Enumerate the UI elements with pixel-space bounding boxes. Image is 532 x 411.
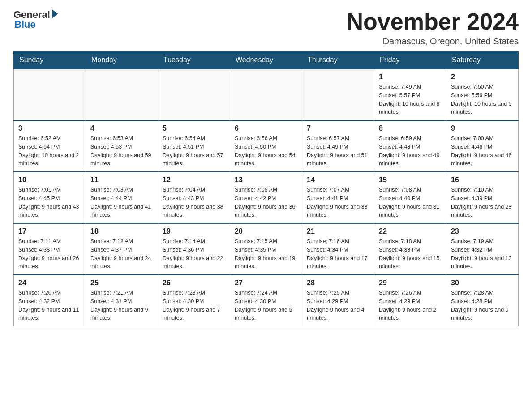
day-info: Sunrise: 7:10 AMSunset: 4:39 PMDaylight:… <box>451 186 514 219</box>
day-info: Sunrise: 7:50 AMSunset: 5:56 PMDaylight:… <box>451 83 514 116</box>
logo: General Blue <box>13 9 58 30</box>
calendar-week-row: 10Sunrise: 7:01 AMSunset: 4:45 PMDayligh… <box>14 172 519 223</box>
calendar-cell: 4Sunrise: 6:53 AMSunset: 4:53 PMDaylight… <box>86 120 158 172</box>
day-info: Sunrise: 7:08 AMSunset: 4:40 PMDaylight:… <box>379 186 442 219</box>
calendar-cell: 5Sunrise: 6:54 AMSunset: 4:51 PMDaylight… <box>158 120 230 172</box>
day-number: 16 <box>451 176 514 184</box>
day-number: 17 <box>18 227 81 235</box>
calendar-cell: 21Sunrise: 7:16 AMSunset: 4:34 PMDayligh… <box>302 223 374 275</box>
calendar-cell: 26Sunrise: 7:23 AMSunset: 4:30 PMDayligh… <box>158 275 230 326</box>
day-number: 26 <box>163 279 225 287</box>
calendar-cell: 27Sunrise: 7:24 AMSunset: 4:30 PMDayligh… <box>230 275 302 326</box>
day-number: 15 <box>379 176 442 184</box>
calendar-cell: 10Sunrise: 7:01 AMSunset: 4:45 PMDayligh… <box>14 172 86 223</box>
day-info: Sunrise: 7:07 AMSunset: 4:41 PMDaylight:… <box>307 186 369 219</box>
calendar-table: SundayMondayTuesdayWednesdayThursdayFrid… <box>13 51 519 326</box>
day-info: Sunrise: 6:52 AMSunset: 4:54 PMDaylight:… <box>18 134 81 168</box>
weekday-header: Thursday <box>302 51 374 69</box>
day-info: Sunrise: 6:56 AMSunset: 4:50 PMDaylight:… <box>235 134 297 168</box>
day-info: Sunrise: 6:54 AMSunset: 4:51 PMDaylight:… <box>163 134 225 168</box>
calendar-cell: 9Sunrise: 7:00 AMSunset: 4:46 PMDaylight… <box>446 120 519 172</box>
calendar-cell: 3Sunrise: 6:52 AMSunset: 4:54 PMDaylight… <box>14 120 86 172</box>
day-number: 30 <box>451 279 514 287</box>
calendar-cell <box>86 69 158 120</box>
calendar-cell: 22Sunrise: 7:18 AMSunset: 4:33 PMDayligh… <box>374 223 446 275</box>
day-info: Sunrise: 7:20 AMSunset: 4:32 PMDaylight:… <box>18 289 81 322</box>
calendar-cell: 8Sunrise: 6:59 AMSunset: 4:48 PMDaylight… <box>374 120 446 172</box>
calendar-cell: 23Sunrise: 7:19 AMSunset: 4:32 PMDayligh… <box>446 223 519 275</box>
day-info: Sunrise: 7:25 AMSunset: 4:29 PMDaylight:… <box>307 289 369 322</box>
location: Damascus, Oregon, United States <box>347 36 519 47</box>
calendar-cell: 14Sunrise: 7:07 AMSunset: 4:41 PMDayligh… <box>302 172 374 223</box>
page-header: General Blue November 2024 Damascus, Ore… <box>13 9 519 47</box>
day-info: Sunrise: 7:23 AMSunset: 4:30 PMDaylight:… <box>163 289 225 322</box>
calendar-cell: 2Sunrise: 7:50 AMSunset: 5:56 PMDaylight… <box>446 69 519 120</box>
day-number: 13 <box>235 176 297 184</box>
calendar-cell: 13Sunrise: 7:05 AMSunset: 4:42 PMDayligh… <box>230 172 302 223</box>
day-info: Sunrise: 7:24 AMSunset: 4:30 PMDaylight:… <box>235 289 297 322</box>
day-number: 18 <box>90 227 153 235</box>
day-info: Sunrise: 7:12 AMSunset: 4:37 PMDaylight:… <box>90 237 153 271</box>
day-number: 5 <box>163 124 225 133</box>
day-info: Sunrise: 7:16 AMSunset: 4:34 PMDaylight:… <box>307 237 369 271</box>
day-number: 28 <box>307 279 369 287</box>
calendar-cell <box>302 69 374 120</box>
weekday-header: Saturday <box>446 51 519 69</box>
calendar-week-row: 17Sunrise: 7:11 AMSunset: 4:38 PMDayligh… <box>14 223 519 275</box>
day-info: Sunrise: 7:21 AMSunset: 4:31 PMDaylight:… <box>90 289 153 322</box>
day-number: 11 <box>90 176 153 184</box>
day-info: Sunrise: 7:26 AMSunset: 4:29 PMDaylight:… <box>379 289 442 322</box>
calendar-cell: 7Sunrise: 6:57 AMSunset: 4:49 PMDaylight… <box>302 120 374 172</box>
day-info: Sunrise: 6:59 AMSunset: 4:48 PMDaylight:… <box>379 134 442 168</box>
day-number: 20 <box>235 227 297 235</box>
day-info: Sunrise: 7:05 AMSunset: 4:42 PMDaylight:… <box>235 186 297 219</box>
calendar-cell: 17Sunrise: 7:11 AMSunset: 4:38 PMDayligh… <box>14 223 86 275</box>
calendar-cell: 28Sunrise: 7:25 AMSunset: 4:29 PMDayligh… <box>302 275 374 326</box>
day-info: Sunrise: 7:14 AMSunset: 4:36 PMDaylight:… <box>163 237 225 271</box>
calendar-week-row: 24Sunrise: 7:20 AMSunset: 4:32 PMDayligh… <box>14 275 519 326</box>
day-number: 2 <box>451 73 514 81</box>
day-number: 3 <box>18 124 81 133</box>
weekday-header: Wednesday <box>230 51 302 69</box>
calendar-cell: 15Sunrise: 7:08 AMSunset: 4:40 PMDayligh… <box>374 172 446 223</box>
calendar-cell: 18Sunrise: 7:12 AMSunset: 4:37 PMDayligh… <box>86 223 158 275</box>
day-number: 10 <box>18 176 81 184</box>
calendar-cell: 20Sunrise: 7:15 AMSunset: 4:35 PMDayligh… <box>230 223 302 275</box>
calendar-cell: 6Sunrise: 6:56 AMSunset: 4:50 PMDaylight… <box>230 120 302 172</box>
day-number: 25 <box>90 279 153 287</box>
calendar-header-row: SundayMondayTuesdayWednesdayThursdayFrid… <box>14 51 519 69</box>
calendar-cell: 12Sunrise: 7:04 AMSunset: 4:43 PMDayligh… <box>158 172 230 223</box>
day-number: 23 <box>451 227 514 235</box>
day-info: Sunrise: 7:11 AMSunset: 4:38 PMDaylight:… <box>18 237 81 271</box>
day-number: 24 <box>18 279 81 287</box>
day-info: Sunrise: 6:53 AMSunset: 4:53 PMDaylight:… <box>90 134 153 168</box>
day-number: 27 <box>235 279 297 287</box>
day-number: 29 <box>379 279 442 287</box>
day-info: Sunrise: 7:49 AMSunset: 5:57 PMDaylight:… <box>379 83 442 116</box>
day-number: 8 <box>379 124 442 133</box>
calendar-week-row: 1Sunrise: 7:49 AMSunset: 5:57 PMDaylight… <box>14 69 519 120</box>
day-info: Sunrise: 7:15 AMSunset: 4:35 PMDaylight:… <box>235 237 297 271</box>
day-info: Sunrise: 7:03 AMSunset: 4:44 PMDaylight:… <box>90 186 153 219</box>
logo-blue-text: Blue <box>14 19 36 30</box>
day-number: 1 <box>379 73 442 81</box>
day-number: 21 <box>307 227 369 235</box>
calendar-cell: 25Sunrise: 7:21 AMSunset: 4:31 PMDayligh… <box>86 275 158 326</box>
day-number: 14 <box>307 176 369 184</box>
calendar-cell <box>230 69 302 120</box>
weekday-header: Tuesday <box>158 51 230 69</box>
day-number: 19 <box>163 227 225 235</box>
day-info: Sunrise: 7:01 AMSunset: 4:45 PMDaylight:… <box>18 186 81 219</box>
calendar-cell: 29Sunrise: 7:26 AMSunset: 4:29 PMDayligh… <box>374 275 446 326</box>
day-number: 4 <box>90 124 153 133</box>
day-info: Sunrise: 7:00 AMSunset: 4:46 PMDaylight:… <box>451 134 514 168</box>
calendar-week-row: 3Sunrise: 6:52 AMSunset: 4:54 PMDaylight… <box>14 120 519 172</box>
calendar-cell: 16Sunrise: 7:10 AMSunset: 4:39 PMDayligh… <box>446 172 519 223</box>
day-info: Sunrise: 7:18 AMSunset: 4:33 PMDaylight:… <box>379 237 442 271</box>
day-info: Sunrise: 7:19 AMSunset: 4:32 PMDaylight:… <box>451 237 514 271</box>
calendar-cell: 19Sunrise: 7:14 AMSunset: 4:36 PMDayligh… <box>158 223 230 275</box>
weekday-header: Monday <box>86 51 158 69</box>
weekday-header: Friday <box>374 51 446 69</box>
month-title: November 2024 <box>347 9 519 34</box>
day-number: 12 <box>163 176 225 184</box>
